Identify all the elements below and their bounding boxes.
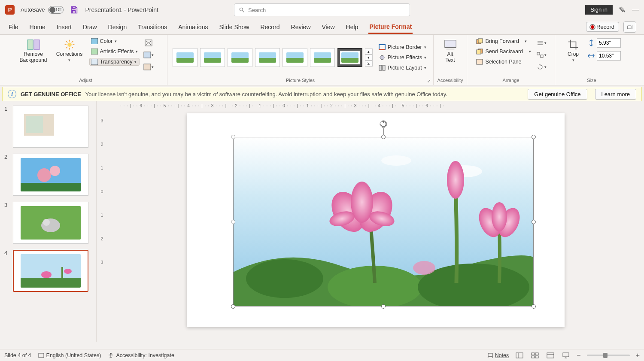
notes-button[interactable]: Notes [487,352,509,358]
accessibility-status[interactable]: Accessibility: Investigate [108,352,174,358]
selection-pane-icon [476,59,483,65]
sorter-view-icon [531,352,539,358]
language-status[interactable]: English (United States) [38,352,101,358]
svg-rect-15 [91,59,98,65]
picture-effects-button[interactable]: Picture Effects▾ [377,54,428,61]
ribbon-group-size: Crop▾ Size [555,35,628,85]
zoom-out-button[interactable]: − [577,352,580,359]
reset-picture-button[interactable] [143,62,154,72]
normal-view-button[interactable] [515,352,524,359]
slide-canvas-area[interactable] [107,110,644,342]
style-preset-6[interactable] [310,48,335,67]
resize-handle-bl[interactable] [231,304,235,309]
thumbnail-slide-1[interactable]: 1 [4,106,92,148]
signin-button[interactable]: Sign in [585,5,613,15]
tab-picture-format[interactable]: Picture Format [368,21,413,34]
resize-handle-b[interactable] [381,304,386,309]
style-preset-3[interactable] [228,48,252,67]
license-warning-bar: i GET GENUINE OFFICE Your license isn't … [2,87,642,101]
zoom-slider[interactable] [587,355,630,356]
resize-handle-br[interactable] [532,304,536,309]
thumbnail-slide-3[interactable]: 3 [4,202,92,244]
svg-point-21 [380,55,384,60]
save-icon[interactable] [70,6,78,14]
svg-point-4 [67,42,72,47]
artistic-effects-button[interactable]: Artistic Effects▾ [89,48,140,55]
slide-counter[interactable]: Slide 4 of 4 [4,352,31,358]
tab-draw[interactable]: Draw [82,21,98,33]
svg-point-46 [64,269,72,274]
tab-home[interactable]: Home [29,21,46,33]
selected-picture[interactable] [233,137,534,306]
resize-handle-tr[interactable] [532,135,536,139]
transparency-button[interactable]: Transparency▾ [89,58,140,66]
selection-pane-button[interactable]: Selection Pane [474,58,532,66]
height-icon [587,39,595,47]
slide-canvas[interactable] [187,113,565,327]
tab-file[interactable]: File [8,21,19,33]
rotate-handle[interactable] [379,120,388,128]
picture-layout-button[interactable]: Picture Layout▾ [377,64,428,72]
alt-text-button[interactable]: Alt Text [434,37,467,65]
tab-record[interactable]: Record [259,21,280,33]
tab-transitions[interactable]: Transitions [137,21,168,33]
search-input[interactable]: Search [234,3,410,16]
align-button[interactable] [536,38,547,48]
learn-more-button[interactable]: Learn more [595,89,636,100]
tab-view[interactable]: View [321,21,336,33]
tab-animations[interactable]: Animations [177,21,209,33]
style-preset-5[interactable] [283,48,307,67]
tab-slideshow[interactable]: Slide Show [218,21,250,33]
resize-handle-r[interactable] [532,220,536,224]
share-button[interactable] [623,21,636,33]
thumbnail-slide-2[interactable]: 2 [4,154,92,196]
resize-handle-l[interactable] [231,220,235,224]
gallery-more-button[interactable]: ⊻ [365,61,373,67]
get-genuine-office-button[interactable]: Get genuine Office [528,89,587,100]
compress-pictures-button[interactable] [143,38,154,48]
thumbnail-slide-4[interactable]: 4 [4,250,92,292]
tab-insert[interactable]: Insert [56,21,73,33]
remove-background-button[interactable]: Remove Background [17,37,50,65]
change-picture-button[interactable] [143,50,154,60]
pen-icon[interactable]: ✎ [619,5,626,15]
tab-review[interactable]: Review [290,21,312,33]
zoom-in-button[interactable]: + [636,352,640,359]
svg-rect-67 [39,353,44,358]
slide3-preview-icon [21,206,81,240]
reading-view-button[interactable] [546,352,555,359]
group-button[interactable] [536,50,547,60]
style-preset-7[interactable] [337,48,362,67]
autosave-toggle[interactable]: Off [48,6,64,14]
style-preset-1[interactable] [173,48,197,67]
record-button[interactable]: Record [586,22,619,32]
slide-thumbnail-panel[interactable]: 1 2 3 4 [0,101,96,342]
zoom-slider-thumb[interactable] [603,353,608,358]
bring-forward-button[interactable]: Bring Forward ▾ [474,37,532,45]
dialog-launcher-styles[interactable]: ⤢ [427,79,431,83]
resize-handle-t[interactable] [381,135,386,139]
workspace: 1 2 3 4 3210123 · · · | · · 6 [0,101,644,342]
gallery-up-button[interactable]: ▴ [365,49,373,55]
picture-border-button[interactable]: Picture Border▾ [377,43,428,51]
tab-help[interactable]: Help [345,21,359,33]
width-input[interactable] [597,51,621,61]
autosave-control[interactable]: AutoSave Off [21,6,64,14]
slide-sorter-view-button[interactable] [530,352,540,359]
corrections-button[interactable]: Corrections▾ [53,37,86,64]
height-input[interactable] [597,38,621,48]
style-preset-2[interactable] [200,48,225,67]
gallery-down-button[interactable]: ▾ [365,55,373,61]
tab-design[interactable]: Design [107,21,128,33]
color-button[interactable]: Color▾ [89,37,140,45]
svg-rect-17 [144,52,151,58]
picture-styles-gallery[interactable]: ▴ ▾ ⊻ [173,48,373,67]
rotate-button[interactable] [536,62,547,72]
autosave-label: AutoSave [21,6,45,13]
style-preset-4[interactable] [255,48,280,67]
crop-button[interactable]: Crop▾ [562,37,584,64]
send-backward-button[interactable]: Send Backward ▾ [474,48,532,55]
resize-handle-tl[interactable] [231,135,235,139]
minimize-button[interactable]: — [632,6,639,14]
slideshow-view-button[interactable] [561,352,571,359]
